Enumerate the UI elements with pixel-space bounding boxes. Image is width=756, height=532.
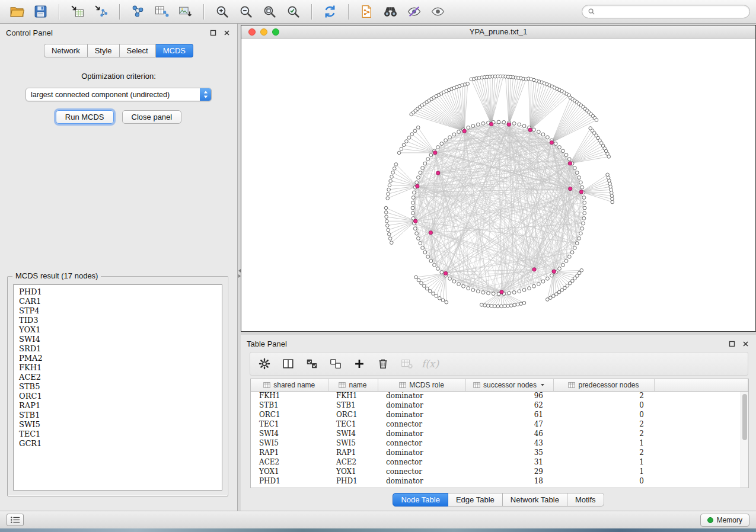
delete-table-button: [397, 355, 416, 373]
mcds-result-item[interactable]: STB1: [14, 411, 222, 420]
mcds-result-list[interactable]: PHD1CAR1STP4TID3YOX1SWI4SRD1PMA2FKH1ACE2…: [13, 284, 222, 491]
column-header-predecessor-nodes[interactable]: predecessor nodes: [553, 379, 654, 391]
column-header-label: name: [349, 381, 366, 389]
mcds-result-item[interactable]: PHD1: [14, 287, 222, 297]
tab-edge-table[interactable]: Edge Table: [448, 493, 503, 507]
network-window-titlebar[interactable]: YPA_prune.txt_1: [241, 25, 755, 39]
table-row[interactable]: RAP1RAP1dominator352: [251, 448, 748, 457]
tab-motifs[interactable]: Motifs: [567, 493, 604, 507]
grid-small-icon: [473, 382, 480, 389]
zoom-out-button[interactable]: [235, 2, 257, 21]
tab-network[interactable]: Network: [44, 44, 88, 57]
expand-right-icon: [238, 274, 241, 278]
network-window: YPA_prune.txt_1: [241, 25, 756, 332]
mcds-result-item[interactable]: ORC1: [14, 392, 222, 401]
mcds-result-item[interactable]: SWI4: [14, 335, 222, 344]
table-row[interactable]: SWI5SWI5connector431: [251, 438, 748, 448]
export-document-button[interactable]: [356, 2, 378, 21]
search-input[interactable]: [598, 7, 744, 16]
grid-small-icon: [339, 382, 346, 389]
tab-style[interactable]: Style: [88, 44, 120, 57]
table-row[interactable]: STB1STB1dominator620: [251, 400, 748, 410]
tab-mcds[interactable]: MCDS: [156, 44, 193, 57]
window-close-button[interactable]: [248, 28, 256, 36]
memory-button[interactable]: Memory: [700, 514, 749, 527]
mcds-result-item[interactable]: SRD1: [14, 344, 222, 354]
table-row[interactable]: YOX1YOX1connector291: [251, 467, 748, 476]
network-canvas[interactable]: [241, 39, 755, 331]
mcds-result-item[interactable]: SWI5: [14, 420, 222, 430]
criterion-select[interactable]: largest connected component (undirected): [25, 88, 212, 101]
mcds-result-item[interactable]: TEC1: [14, 430, 222, 439]
table-toolbar: f(x): [250, 352, 748, 376]
tab-node-table[interactable]: Node Table: [393, 493, 448, 507]
table-body: FKH1FKH1dominator962STB1STB1dominator620…: [251, 391, 748, 486]
select-all-button[interactable]: [302, 355, 321, 373]
open-button[interactable]: [6, 2, 28, 21]
cytoscape-app: Control Panel NetworkStyleSelectMCDS Opt…: [0, 0, 756, 532]
table-panel-header: Table Panel: [241, 335, 756, 352]
mcds-result-item[interactable]: GCR1: [14, 439, 222, 448]
delete-row-button[interactable]: [374, 355, 392, 373]
import-network-button[interactable]: [90, 2, 112, 21]
mcds-result-item[interactable]: RAP1: [14, 401, 222, 411]
close-table-panel-button[interactable]: [742, 339, 750, 348]
toolbar-separator: [311, 4, 312, 20]
grid-small-icon: [568, 382, 575, 389]
table-row[interactable]: PHD1PHD1dominator180: [251, 476, 748, 486]
mcds-result-item[interactable]: YOX1: [14, 325, 222, 335]
deselect-all-button[interactable]: [326, 355, 344, 373]
toolbar-separator: [203, 4, 204, 20]
zoom-in-icon: [215, 4, 229, 19]
close-control-panel-button[interactable]: [223, 28, 231, 37]
refresh-button[interactable]: [319, 2, 341, 21]
show-elements-button[interactable]: [427, 2, 449, 21]
table-row[interactable]: FKH1FKH1dominator962: [251, 391, 748, 400]
mcds-result-item[interactable]: CAR1: [14, 297, 222, 306]
add-row-button[interactable]: [350, 355, 368, 373]
function-builder-button: f(x): [421, 355, 439, 373]
network-from-table-button[interactable]: [151, 2, 173, 21]
hide-elements-button[interactable]: [403, 2, 425, 21]
window-minimize-button[interactable]: [260, 28, 267, 36]
float-control-panel-button[interactable]: [209, 28, 218, 37]
select-all-icon: [305, 357, 318, 370]
table-row[interactable]: ACE2ACE2connector311: [251, 457, 748, 467]
zoom-selected-button[interactable]: [282, 2, 304, 21]
window-zoom-button[interactable]: [272, 28, 279, 36]
mcds-result-item[interactable]: TID3: [14, 316, 222, 325]
mcds-result-item[interactable]: STP4: [14, 306, 222, 316]
show-panels-button[interactable]: [7, 514, 24, 526]
column-header-name[interactable]: name: [328, 379, 378, 391]
close-panel-button[interactable]: Close panel: [122, 110, 182, 124]
zoom-in-button[interactable]: [211, 2, 233, 21]
table-scrollbar[interactable]: [741, 392, 748, 488]
table-row[interactable]: SWI4SWI4dominator462: [251, 429, 748, 438]
column-header-MCDS-role[interactable]: MCDS role: [378, 379, 465, 391]
mcds-result-item[interactable]: FKH1: [14, 363, 222, 373]
zoom-fit-button[interactable]: [259, 2, 280, 21]
mcds-result-item[interactable]: STB5: [14, 382, 222, 392]
share-network-button[interactable]: [127, 2, 149, 21]
control-panel: Control Panel NetworkStyleSelectMCDS Opt…: [0, 24, 238, 511]
table-scrollbar-thumb[interactable]: [742, 394, 747, 440]
run-mcds-button[interactable]: Run MCDS: [56, 110, 114, 124]
import-table-button[interactable]: [66, 2, 88, 21]
tab-network-table[interactable]: Network Table: [503, 493, 567, 507]
search-objects-button[interactable]: [379, 2, 401, 21]
show-columns-button[interactable]: [279, 355, 297, 373]
table-row[interactable]: TEC1TEC1connector472: [251, 419, 748, 429]
mcds-result-item[interactable]: ACE2: [14, 373, 222, 382]
float-table-panel-button[interactable]: [728, 339, 736, 348]
tab-select[interactable]: Select: [120, 44, 156, 57]
column-header-successor-nodes[interactable]: successor nodes: [465, 379, 553, 391]
float-icon: [728, 340, 736, 348]
table-options-button[interactable]: [255, 355, 273, 373]
control-panel-tabs: NetworkStyleSelectMCDS: [0, 44, 237, 57]
mcds-result-item[interactable]: PMA2: [14, 354, 222, 363]
save-button[interactable]: [30, 2, 52, 21]
export-image-button[interactable]: [174, 2, 196, 21]
search-box[interactable]: [582, 5, 750, 18]
column-header-shared-name[interactable]: shared name: [251, 379, 328, 391]
table-row[interactable]: ORC1ORC1dominator610: [251, 410, 748, 419]
